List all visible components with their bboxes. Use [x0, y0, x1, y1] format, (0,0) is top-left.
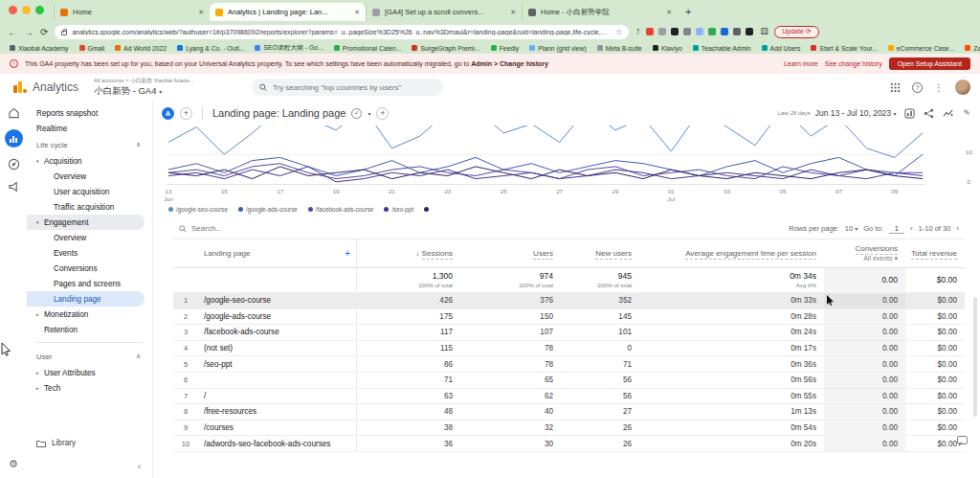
browser-tab[interactable]: [GA4] Set up a scroll convers...✕ — [366, 3, 522, 21]
report-title-caret-icon[interactable]: ▾ — [368, 110, 370, 117]
sidebar-item-user-attributes[interactable]: ▸User Attributes — [27, 365, 145, 380]
extensions-puzzle-icon[interactable]: ⚄ — [760, 27, 768, 36]
reports-icon[interactable] — [5, 129, 23, 148]
help-icon[interactable]: ? — [912, 82, 923, 93]
bookmark-item[interactable]: Lyang & Co. - Outl... — [177, 45, 244, 52]
expand-arrow-icon[interactable]: ▾ — [36, 158, 40, 164]
url-field[interactable]: analytics.google.com/analytics/web/?auth… — [55, 25, 629, 39]
add-comparison-button[interactable]: + — [180, 107, 192, 120]
bookmark-item[interactable]: Meta B-suite — [597, 45, 642, 52]
expand-arrow-icon[interactable]: ▾ — [36, 219, 40, 225]
sidebar-item-overview[interactable]: Overview — [27, 169, 145, 184]
bookmark-item[interactable]: Xiaobai Academy — [10, 45, 69, 52]
table-row[interactable]: 3/facebook-ads-course1171071010m 24s0.00… — [173, 325, 965, 341]
table-row[interactable]: 10/adwords-seo-facebook-ads-courses36302… — [173, 436, 965, 452]
extension-icon[interactable] — [746, 28, 753, 35]
landing-page-cell[interactable]: / — [198, 389, 357, 404]
sidebar-item-landing-page[interactable]: Landing page — [27, 291, 145, 307]
prev-page-icon[interactable]: ‹ — [910, 224, 913, 233]
add-dimension-icon[interactable]: + — [345, 248, 350, 259]
bookmark-item[interactable]: Klaviyo — [653, 45, 682, 52]
sidebar-item-monetization[interactable]: ▸Monetization — [27, 307, 145, 322]
expand-arrow-icon[interactable]: ▸ — [36, 370, 40, 376]
browser-tab[interactable]: Home - 小白新势学院✕ — [522, 3, 678, 21]
segment-chip[interactable]: A — [162, 107, 174, 120]
table-search-input[interactable] — [191, 224, 306, 233]
nav-section-life-cycle[interactable]: Life cycle∧ — [27, 136, 152, 153]
account-switcher[interactable]: All accounts > 小白新势 Xiaobai Acade... 小白新… — [94, 78, 194, 96]
sidebar-item-traffic-acquisition[interactable]: Traffic acquisition — [27, 199, 145, 215]
share-icon[interactable]: ⤴ — [635, 28, 639, 36]
col-conversions[interactable]: ConversionsAll events ▾ — [824, 244, 905, 262]
landing-page-cell[interactable]: /seo-ppt — [198, 356, 357, 372]
avatar[interactable] — [955, 80, 970, 95]
next-page-icon[interactable]: › — [956, 224, 959, 233]
back-icon[interactable]: ← — [8, 27, 17, 37]
landing-page-cell[interactable]: /facebook-ads-course — [198, 325, 357, 340]
add-report-tab-button[interactable]: + — [376, 107, 389, 120]
global-search[interactable] — [252, 79, 443, 96]
extension-icon[interactable] — [658, 28, 666, 35]
nav-section-user[interactable]: User∧ — [27, 348, 152, 365]
extension-icon[interactable] — [721, 28, 728, 35]
col-avg-engagement[interactable]: Average engagement time per session — [639, 249, 824, 258]
landing-page-cell[interactable]: /courses — [198, 421, 357, 436]
library-item[interactable]: Library — [36, 439, 76, 447]
tab-close-icon[interactable]: ✕ — [510, 9, 516, 16]
expand-arrow-icon[interactable]: ▸ — [36, 311, 40, 317]
extension-icon[interactable] — [683, 28, 691, 35]
date-range-picker[interactable]: Jun 13 - Jul 10, 2023 ▾ — [815, 108, 897, 118]
bookmark-item[interactable]: eCommerce Case... — [888, 45, 954, 52]
table-row[interactable]: 67165560m 56s0.00$0.00 — [173, 373, 965, 389]
sidebar-item-realtime[interactable]: Realtime — [27, 121, 145, 136]
edit-comparisons-icon[interactable] — [904, 108, 915, 119]
extension-icon[interactable] — [708, 28, 716, 35]
bookmark-star-icon[interactable]: ☆ — [615, 28, 622, 36]
close-window-icon[interactable] — [9, 6, 17, 14]
table-row[interactable]: 4(not set)1157800m 17s0.00$0.00 — [173, 341, 965, 357]
customize-report-icon[interactable]: ✎ — [963, 108, 970, 118]
bookmark-item[interactable]: SurgeGraph Premi... — [412, 45, 479, 52]
landing-page-cell[interactable]: /free-resources — [198, 404, 357, 420]
bookmark-item[interactable]: Plann (grid view) — [529, 45, 587, 52]
bookmark-item[interactable]: Gmail — [79, 45, 105, 52]
sidebar-item-reports-snapshot[interactable]: Reports snapshot — [27, 105, 145, 121]
landing-page-cell[interactable]: /adwords-seo-facebook-ads-courses — [198, 436, 357, 451]
reload-icon[interactable]: ⟳ — [40, 27, 48, 37]
sidebar-item-retention[interactable]: Retention — [27, 322, 145, 337]
new-tab-button[interactable]: + — [685, 6, 691, 17]
explore-icon[interactable] — [8, 158, 20, 171]
sidebar-item-overview[interactable]: Overview — [27, 230, 145, 245]
forward-icon[interactable]: → — [24, 27, 33, 37]
chrome-update-button[interactable]: Update ⟳ — [774, 26, 818, 38]
bookmark-item[interactable]: Zap History — [965, 45, 980, 52]
table-row[interactable]: 5/seo-ppt8678710m 36s0.00$0.00 — [173, 356, 965, 373]
col-sessions[interactable]: ↓ Sessions — [357, 249, 460, 258]
col-users[interactable]: Users — [460, 249, 561, 258]
collapse-icon[interactable]: ∧ — [136, 141, 141, 148]
table-row[interactable]: 9/courses3832260m 54s0.00$0.00 — [173, 421, 965, 437]
bookmark-item[interactable]: Promotional Calen... — [334, 45, 402, 52]
window-controls[interactable] — [9, 6, 44, 14]
sidebar-item-conversions[interactable]: Conversions — [27, 261, 145, 276]
learn-more-link[interactable]: Learn more — [784, 60, 818, 67]
see-change-history-link[interactable]: See change history — [825, 60, 882, 67]
sidebar-item-events[interactable]: Events — [27, 245, 145, 261]
bookmark-item[interactable]: Feedly — [491, 45, 519, 52]
table-row[interactable]: 1/google-seo-course4263763520m 33s0.00$0… — [173, 293, 965, 309]
dimension-column-header[interactable]: Landing page + — [198, 239, 357, 267]
home-icon[interactable] — [8, 107, 20, 119]
admin-change-history-link[interactable]: Admin > Change history — [471, 60, 548, 67]
sidebar-item-engagement[interactable]: ▾Engagement — [27, 215, 145, 230]
tab-close-icon[interactable]: ✕ — [354, 9, 360, 16]
advertising-icon[interactable] — [8, 181, 20, 193]
table-row[interactable]: 8/free-resources4840271m 13s0.00$0.00 — [173, 404, 965, 421]
landing-page-cell[interactable] — [198, 373, 357, 388]
admin-gear-icon[interactable]: ⚙ — [0, 458, 27, 470]
extension-icon[interactable] — [696, 28, 703, 35]
apps-grid-icon[interactable] — [890, 82, 901, 93]
conversions-event-filter[interactable]: All events ▾ — [824, 255, 898, 262]
sidebar-item-user-acquisition[interactable]: User acquisition — [27, 184, 145, 199]
expand-arrow-icon[interactable]: ▸ — [36, 385, 40, 391]
collapse-nav-icon[interactable]: ‹ — [138, 462, 141, 471]
